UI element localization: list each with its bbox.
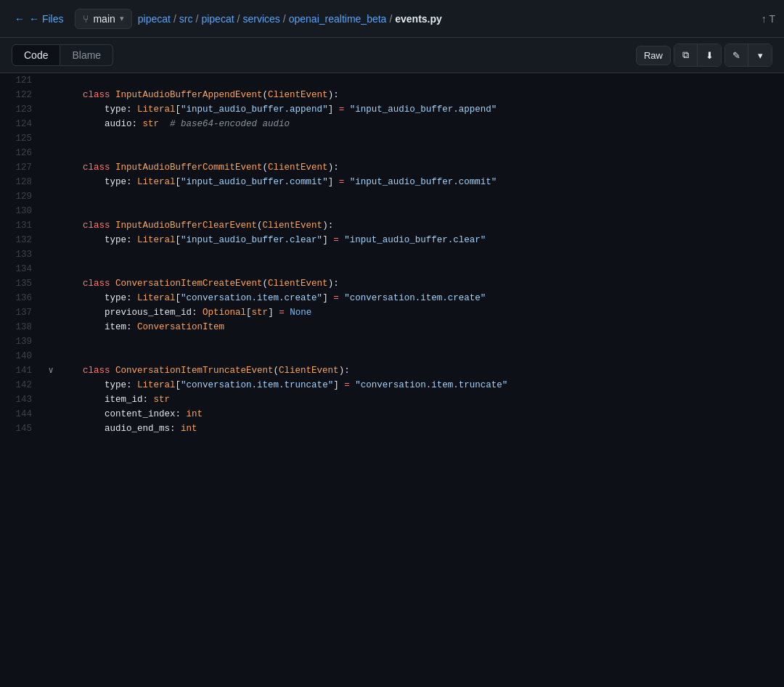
table-row: 121	[0, 73, 784, 88]
line-number: 121	[0, 73, 44, 88]
line-code: type: Literal["input_audio_buffer.append…	[58, 102, 784, 117]
breadcrumb: pipecat / src / pipecat / services / ope…	[138, 13, 756, 25]
copy-download-group: ⧉ ⬇	[674, 44, 722, 67]
line-code	[58, 146, 784, 160]
files-back-button[interactable]: ← ← Files	[9, 10, 69, 28]
raw-button[interactable]: Raw	[636, 46, 671, 65]
table-row: 142 type: Literal["conversation.item.tru…	[0, 378, 784, 392]
line-code: class ConversationItemCreateEvent(Client…	[58, 276, 784, 291]
breadcrumb-sep-3: /	[237, 13, 240, 25]
breadcrumb-sep-5: /	[389, 13, 392, 25]
line-number: 142	[0, 378, 44, 392]
line-expand	[44, 407, 58, 421]
edit-more-group: ✎ ▾	[724, 44, 772, 67]
table-row: 143 item_id: str	[0, 392, 784, 407]
line-code: class InputAudioBufferAppendEvent(Client…	[58, 88, 784, 102]
line-number: 128	[0, 175, 44, 189]
code-table: 121 122 class InputAudioBufferAppendEven…	[0, 73, 784, 436]
tab-code[interactable]: Code	[12, 44, 60, 66]
line-number: 137	[0, 305, 44, 320]
branch-dropdown-icon: ▾	[120, 14, 124, 23]
table-row: 129	[0, 189, 784, 204]
line-expand	[44, 146, 58, 160]
view-tabs: Code Blame	[12, 44, 113, 66]
table-row: 124 audio: str # base64-encoded audio	[0, 117, 784, 131]
table-row: 145 audio_end_ms: int	[0, 421, 784, 436]
table-row: 125	[0, 131, 784, 146]
line-number: 130	[0, 204, 44, 218]
line-number: 134	[0, 262, 44, 276]
table-row: 140	[0, 349, 784, 363]
line-expand	[44, 349, 58, 363]
code-toolbar: Code Blame Raw ⧉ ⬇ ✎ ▾	[0, 38, 784, 73]
breadcrumb-services[interactable]: services	[242, 13, 279, 25]
line-code	[58, 349, 784, 363]
copy-button[interactable]: ⧉	[674, 44, 698, 66]
top-navigation-bar: ← ← Files ⑂ main ▾ pipecat / src / pipec…	[0, 0, 784, 38]
line-code: type: Literal["conversation.item.truncat…	[58, 378, 784, 392]
line-number: 135	[0, 276, 44, 291]
table-row: 132 type: Literal["input_audio_buffer.cl…	[0, 233, 784, 247]
edit-button[interactable]: ✎	[725, 44, 748, 66]
table-row: 128 type: Literal["input_audio_buffer.co…	[0, 175, 784, 189]
line-expand	[44, 421, 58, 436]
line-code: type: Literal["conversation.item.create"…	[58, 291, 784, 305]
line-code: type: Literal["input_audio_buffer.commit…	[58, 175, 784, 189]
line-code	[58, 73, 784, 88]
line-expand	[44, 233, 58, 247]
line-expand	[44, 175, 58, 189]
line-expand	[44, 204, 58, 218]
download-button[interactable]: ⬇	[698, 44, 721, 66]
line-expand	[44, 160, 58, 175]
line-code: item: ConversationItem	[58, 320, 784, 334]
line-code: class InputAudioBufferClearEvent(ClientE…	[58, 218, 784, 233]
line-number: 141	[0, 363, 44, 378]
line-number: 131	[0, 218, 44, 233]
scroll-up-icon[interactable]: ↑ T	[761, 13, 775, 25]
line-code: audio: str # base64-encoded audio	[58, 117, 784, 131]
table-row: 123 type: Literal["input_audio_buffer.ap…	[0, 102, 784, 117]
table-row: 135 class ConversationItemCreateEvent(Cl…	[0, 276, 784, 291]
code-viewer[interactable]: 121 122 class InputAudioBufferAppendEven…	[0, 73, 784, 687]
line-number: 145	[0, 421, 44, 436]
branch-selector-button[interactable]: ⑂ main ▾	[75, 9, 131, 29]
line-number: 122	[0, 88, 44, 102]
table-row: 137 previous_item_id: Optional[str] = No…	[0, 305, 784, 320]
more-options-button[interactable]: ▾	[748, 44, 772, 66]
line-expand	[44, 334, 58, 349]
line-number: 139	[0, 334, 44, 349]
branch-name: main	[93, 13, 115, 25]
line-expand	[44, 262, 58, 276]
line-code: content_index: int	[58, 407, 784, 421]
breadcrumb-pipecat-1[interactable]: pipecat	[138, 13, 171, 25]
line-expand	[44, 189, 58, 204]
expand-collapse-icon[interactable]: ∨	[44, 363, 58, 378]
branch-icon: ⑂	[83, 13, 89, 25]
table-row: 133	[0, 247, 784, 262]
line-number: 138	[0, 320, 44, 334]
table-row: 131 class InputAudioBufferClearEvent(Cli…	[0, 218, 784, 233]
line-number: 123	[0, 102, 44, 117]
line-code	[58, 189, 784, 204]
breadcrumb-src[interactable]: src	[179, 13, 193, 25]
table-row: 127 class InputAudioBufferCommitEvent(Cl…	[0, 160, 784, 175]
table-row: 144 content_index: int	[0, 407, 784, 421]
breadcrumb-sep-4: /	[283, 13, 286, 25]
line-code: item_id: str	[58, 392, 784, 407]
line-code	[58, 262, 784, 276]
table-row: 138 item: ConversationItem	[0, 320, 784, 334]
line-expand	[44, 320, 58, 334]
table-row: 141 ∨ class ConversationItemTruncateEven…	[0, 363, 784, 378]
line-number: 124	[0, 117, 44, 131]
breadcrumb-pipecat-2[interactable]: pipecat	[201, 13, 234, 25]
line-number: 127	[0, 160, 44, 175]
back-arrow-icon: ←	[15, 13, 25, 25]
tab-blame[interactable]: Blame	[60, 44, 113, 66]
table-row: 122 class InputAudioBufferAppendEvent(Cl…	[0, 88, 784, 102]
breadcrumb-openai-realtime-beta[interactable]: openai_realtime_beta	[289, 13, 387, 25]
line-expand	[44, 291, 58, 305]
table-row: 126	[0, 146, 784, 160]
table-row: 130	[0, 204, 784, 218]
line-expand	[44, 117, 58, 131]
line-code	[58, 204, 784, 218]
